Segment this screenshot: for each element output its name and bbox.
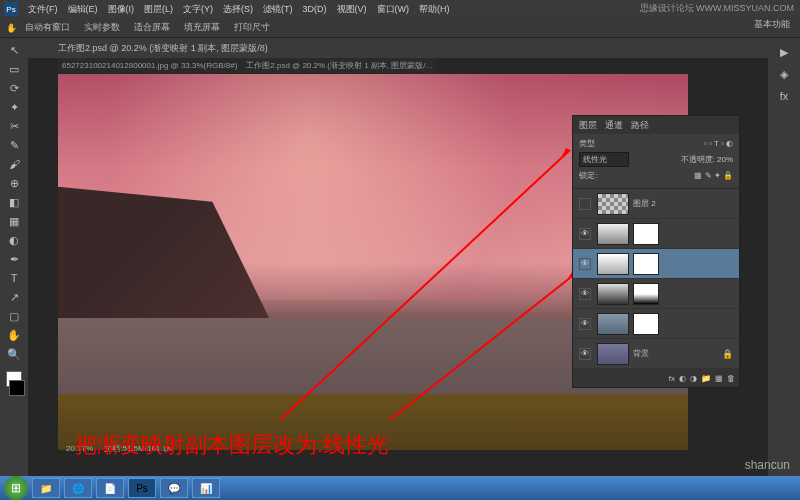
path-tool[interactable]: ↗ [6,289,22,305]
visibility-toggle[interactable]: 👁 [579,348,591,360]
menu-filter[interactable]: 滤镜(T) [263,3,293,16]
eraser-tool[interactable]: ◧ [6,194,22,210]
menu-type[interactable]: 文字(Y) [183,3,213,16]
lasso-tool[interactable]: ⟳ [6,80,22,96]
workspace-label: 基本功能 [754,18,790,31]
adj-thumb[interactable] [597,253,629,275]
eyedropper-tool[interactable]: ✎ [6,137,22,153]
visibility-toggle[interactable]: 👁 [579,228,591,240]
task-item[interactable]: 🌐 [64,478,92,498]
task-item[interactable]: 📄 [96,478,124,498]
styles-icon[interactable]: fx [776,88,792,104]
layer-mask[interactable] [633,253,659,275]
opacity-label: 不透明度: [681,155,715,164]
layer-row[interactable]: 👁 [573,309,739,339]
move-tool[interactable]: ↖ [6,42,22,58]
layer-mask[interactable] [633,313,659,335]
adj-thumb[interactable] [597,223,629,245]
opt-show[interactable]: 实时参数 [84,21,120,34]
watermark-top: 思缘设计论坛 WWW.MISSYUAN.COM [640,2,795,15]
brush-tool[interactable]: 🖌 [6,156,22,172]
tab-main[interactable]: 工作图2.psd @ 20.2% (渐变映射 1 副本, 图层蒙版/8) [58,42,268,55]
right-dock: ▶ ◈ fx [768,38,800,480]
layer-row[interactable]: 👁 背景 🔒 [573,339,739,369]
layer-name[interactable]: 图层 2 [633,198,733,209]
layer-thumb[interactable] [597,193,629,215]
blend-mode-select[interactable]: 线性光 [579,152,629,167]
opt-fill[interactable]: 填充屏幕 [184,21,220,34]
tab-sub2[interactable]: 工作图2.psd @ 20.2% (渐变映射 1 副本, 图层蒙版/... [246,61,432,70]
type-tool[interactable]: T [6,270,22,286]
crop-tool[interactable]: ✂ [6,118,22,134]
layer-mask[interactable] [633,223,659,245]
task-item[interactable]: 💬 [160,478,188,498]
channels-tab[interactable]: 通道 [605,119,623,132]
lock-label: 锁定: [579,170,597,181]
adj-thumb[interactable] [597,283,629,305]
blur-tool[interactable]: ◐ [6,232,22,248]
layers-tab[interactable]: 图层 [579,119,597,132]
watermark-bottom: shancun [745,458,790,472]
taskbar: ⊞ 📁 🌐 📄 Ps 💬 📊 [0,476,800,500]
visibility-toggle[interactable]: 👁 [579,258,591,270]
wand-tool[interactable]: ✦ [6,99,22,115]
ps-logo: Ps [4,2,18,16]
layer-row[interactable]: 👁 [573,279,739,309]
group-button[interactable]: 📁 [701,374,711,383]
mask-button[interactable]: ◐ [679,374,686,383]
task-item[interactable]: 📊 [192,478,220,498]
fx-button[interactable]: fx [669,374,675,383]
layer-row[interactable]: 👁 [573,219,739,249]
menu-image[interactable]: 图像(I) [108,3,135,16]
visibility-toggle[interactable]: 👁 [579,318,591,330]
visibility-toggle[interactable] [579,198,591,210]
visibility-toggle[interactable]: 👁 [579,288,591,300]
bg-color[interactable] [9,380,25,396]
annotation-text: 把渐变映射副本图层改为:线性光 [75,430,389,460]
marquee-tool[interactable]: ▭ [6,61,22,77]
layer-mask[interactable] [633,283,659,305]
layers-panel: 图层 通道 路径 类型 ▫ ▫ T ▫ ◐ 线性光 不透明度: 20% 锁定: … [572,115,740,388]
kind-label: 类型 [579,138,595,149]
opt-print[interactable]: 打印尺寸 [234,21,270,34]
start-button[interactable]: ⊞ [4,476,28,500]
opt-autoselect[interactable]: 自动有窗口 [25,21,70,34]
swatches-icon[interactable]: ◈ [776,66,792,82]
layer-row[interactable]: 图层 2 [573,189,739,219]
layers-list: 图层 2 👁 👁 👁 👁 👁 背景 🔒 [573,189,739,369]
layer-name[interactable]: 背景 [633,348,722,359]
gradient-tool[interactable]: ▦ [6,213,22,229]
adj-thumb[interactable] [597,313,629,335]
hand-tool-icon[interactable]: ✋ [6,23,17,33]
shape-tool[interactable]: ▢ [6,308,22,324]
menu-layer[interactable]: 图层(L) [144,3,173,16]
opacity-value[interactable]: 20% [717,155,733,164]
lock-icon: 🔒 [722,349,733,359]
menu-window[interactable]: 窗口(W) [377,3,410,16]
task-item-ps[interactable]: Ps [128,478,156,498]
menu-edit[interactable]: 编辑(E) [68,3,98,16]
new-layer-button[interactable]: ▦ [715,374,723,383]
pen-tool[interactable]: ✒ [6,251,22,267]
menu-3d[interactable]: 3D(D) [303,4,327,14]
delete-button[interactable]: 🗑 [727,374,735,383]
zoom-tool[interactable]: 🔍 [6,346,22,362]
document-tabs: 工作图2.psd @ 20.2% (渐变映射 1 副本, 图层蒙版/8) [28,38,768,58]
opt-fit[interactable]: 适合屏幕 [134,21,170,34]
bg-thumb[interactable] [597,343,629,365]
menu-view[interactable]: 视图(V) [337,3,367,16]
menu-help[interactable]: 帮助(H) [419,3,450,16]
paths-tab[interactable]: 路径 [631,119,649,132]
layer-row-active[interactable]: 👁 [573,249,739,279]
tab-sub1[interactable]: 652723100214012800001.jpg @ 33.3%(RGB/8#… [62,61,237,70]
task-item[interactable]: 📁 [32,478,60,498]
color-panel-icon[interactable]: ▶ [776,44,792,60]
adj-button[interactable]: ◑ [690,374,697,383]
menu-file[interactable]: 文件(F) [28,3,58,16]
menu-select[interactable]: 选择(S) [223,3,253,16]
options-bar: ✋ 自动有窗口 实时参数 适合屏幕 填充屏幕 打印尺寸 [0,18,800,38]
hand-tool[interactable]: ✋ [6,327,22,343]
toolbox: ↖ ▭ ⟳ ✦ ✂ ✎ 🖌 ⊕ ◧ ▦ ◐ ✒ T ↗ ▢ ✋ 🔍 [0,38,28,480]
clone-tool[interactable]: ⊕ [6,175,22,191]
